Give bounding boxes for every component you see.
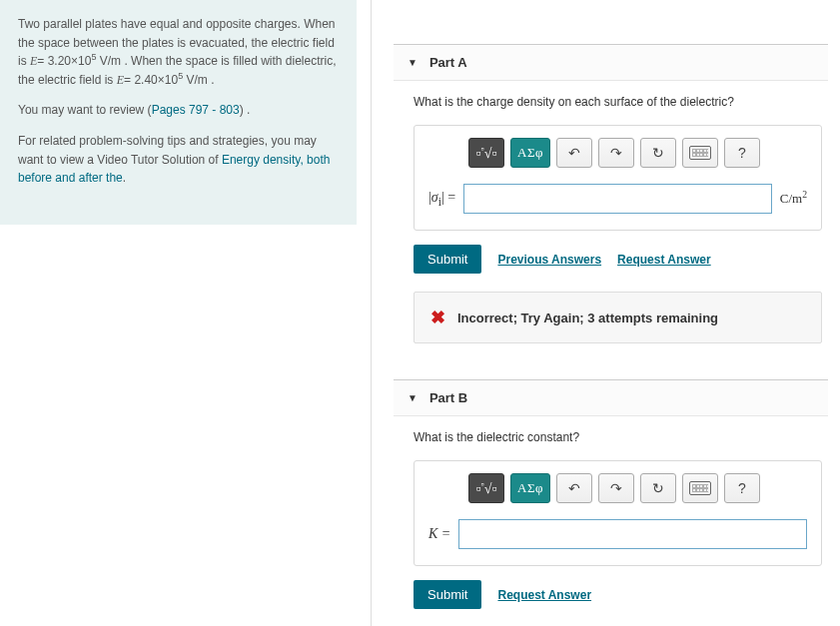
template-button[interactable]: ▫▫√▫ [468, 138, 504, 168]
greek-label: ΑΣφ [517, 145, 543, 161]
reset-icon: ↻ [652, 480, 664, 496]
part-b-question: What is the dielectric constant? [414, 430, 822, 444]
part-a-answer-box: ▫▫√▫ ΑΣφ ↶ ↷ ↻ ? |σi| = [414, 125, 822, 231]
help-button[interactable]: ? [724, 138, 760, 168]
part-b-request-answer-link[interactable]: Request Answer [497, 588, 591, 602]
reset-button[interactable]: ↻ [640, 138, 676, 168]
greek-letters-button[interactable]: ΑΣφ [510, 473, 550, 503]
undo-button[interactable]: ↶ [556, 138, 592, 168]
undo-icon: ↶ [568, 145, 580, 161]
part-b-submit-button[interactable]: Submit [414, 580, 481, 609]
part-a-section: ▼ Part A What is the charge density on e… [394, 44, 828, 343]
part-b-title: Part B [429, 390, 467, 405]
collapse-icon: ▼ [408, 392, 418, 403]
part-a-answer-input[interactable] [463, 184, 772, 214]
keyboard-icon [689, 481, 711, 495]
part-b-section: ▼ Part B What is the dielectric constant… [394, 379, 828, 609]
keyboard-button[interactable] [682, 473, 718, 503]
formula-toolbar: ▫▫√▫ ΑΣφ ↶ ↷ ↻ ? [428, 138, 807, 168]
redo-button[interactable]: ↷ [598, 138, 634, 168]
problem-statement: Two parallel plates have equal and oppos… [0, 0, 357, 225]
incorrect-icon: ✖ [430, 307, 445, 328]
part-a-unit: C/m2 [780, 191, 807, 207]
keyboard-button[interactable] [682, 138, 718, 168]
part-a-request-answer-link[interactable]: Request Answer [617, 253, 711, 267]
keyboard-icon [689, 146, 711, 160]
part-a-feedback: ✖ Incorrect; Try Again; 3 attempts remai… [414, 292, 822, 343]
problem-text-post: . [211, 73, 214, 87]
part-a-title: Part A [429, 55, 467, 70]
e2-unit: V/m [183, 73, 208, 87]
help-label: ? [738, 145, 746, 161]
template-button[interactable]: ▫▫√▫ [468, 473, 504, 503]
e2-value: = 2.40×10 [124, 73, 178, 87]
tips-post: . [123, 171, 126, 185]
part-a-question: What is the charge density on each surfa… [414, 95, 822, 109]
e1-unit: V/m [96, 54, 121, 68]
part-b-answer-input[interactable] [458, 519, 807, 549]
part-a-header[interactable]: ▼ Part A [394, 44, 828, 81]
help-label: ? [738, 480, 746, 496]
e2-symbol: E [117, 73, 124, 87]
greek-label: ΑΣφ [517, 480, 543, 496]
part-b-header[interactable]: ▼ Part B [394, 379, 828, 416]
part-b-answer-box: ▫▫√▫ ΑΣφ ↶ ↷ ↻ ? K = [414, 460, 822, 566]
feedback-text: Incorrect; Try Again; 3 attempts remaini… [457, 311, 718, 325]
collapse-icon: ▼ [408, 57, 418, 68]
part-a-submit-button[interactable]: Submit [414, 245, 481, 274]
reset-button[interactable]: ↻ [640, 473, 676, 503]
answer-panel: ▼ Part A What is the charge density on e… [372, 0, 840, 626]
previous-answers-link[interactable]: Previous Answers [497, 253, 601, 267]
help-button[interactable]: ? [724, 473, 760, 503]
review-pre: You may want to review ( [18, 103, 152, 117]
formula-toolbar: ▫▫√▫ ΑΣφ ↶ ↷ ↻ ? [428, 473, 807, 503]
template-icon: ▫▫√▫ [476, 144, 497, 162]
reset-icon: ↻ [652, 145, 664, 161]
review-post: ) . [240, 103, 251, 117]
redo-button[interactable]: ↷ [598, 473, 634, 503]
k-label: K = [428, 526, 450, 542]
redo-icon: ↷ [610, 145, 622, 161]
sigma-label: |σi| = [428, 190, 455, 209]
template-icon: ▫▫√▫ [476, 479, 497, 497]
redo-icon: ↷ [610, 480, 622, 496]
review-pages-link[interactable]: Pages 797 - 803 [152, 103, 240, 117]
undo-icon: ↶ [568, 480, 580, 496]
undo-button[interactable]: ↶ [556, 473, 592, 503]
e1-value: = 3.20×10 [37, 54, 91, 68]
greek-letters-button[interactable]: ΑΣφ [510, 138, 550, 168]
